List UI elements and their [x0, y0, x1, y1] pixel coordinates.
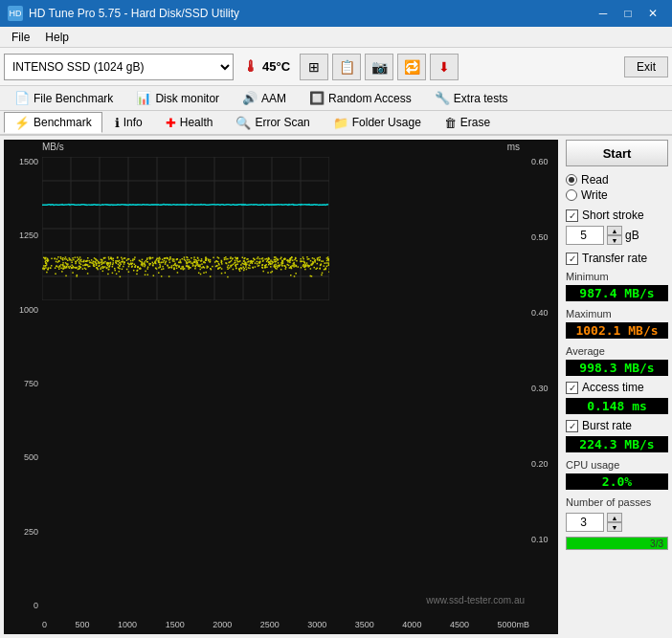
- x-tick-3500: 3500: [355, 620, 374, 629]
- chart-container: MB/s ms 1500 1250 1000 750 500 250 0 0.6…: [4, 140, 558, 634]
- burst-rate-checkbox-row[interactable]: ✓ Burst rate: [566, 419, 668, 432]
- menu-help[interactable]: Help: [37, 29, 77, 46]
- tab-health[interactable]: ✚ Health: [155, 112, 224, 133]
- tab-folder-usage[interactable]: 📁 Folder Usage: [323, 112, 432, 133]
- read-radio-circle: [566, 174, 577, 186]
- menu-file[interactable]: File: [4, 29, 37, 46]
- read-radio[interactable]: Read: [566, 173, 668, 187]
- file-benchmark-icon: 📄: [14, 91, 30, 105]
- short-stroke-down[interactable]: ▼: [607, 235, 622, 245]
- progress-text: 3/3: [650, 538, 663, 551]
- tab-random-access[interactable]: 🔲 Random Access: [299, 88, 422, 109]
- aam-icon: 🔊: [242, 91, 258, 105]
- toolbar-btn-1[interactable]: ⊞: [300, 54, 328, 80]
- extra-tests-icon: 🔧: [435, 91, 450, 105]
- thermometer-icon: 🌡: [243, 58, 258, 76]
- y-tick-250: 250: [24, 527, 38, 537]
- y-label-right: ms: [507, 142, 520, 152]
- write-radio[interactable]: Write: [566, 188, 668, 202]
- y-tick-1500: 1500: [19, 157, 38, 166]
- drive-select[interactable]: INTENSO SSD (1024 gB): [4, 54, 234, 80]
- watermark: www.ssd-tester.com.au: [426, 595, 525, 605]
- tab-error-scan[interactable]: 🔍 Error Scan: [225, 112, 320, 133]
- burst-rate-label: Burst rate: [582, 419, 632, 432]
- read-label: Read: [581, 173, 609, 187]
- write-label: Write: [581, 188, 608, 202]
- short-stroke-up[interactable]: ▲: [607, 226, 622, 235]
- toolbar: INTENSO SSD (1024 gB) 🌡 45°C ⊞ 📋 📷 🔁 ⬇ E…: [0, 48, 672, 86]
- passes-spinners: ▲ ▼: [607, 513, 622, 532]
- close-button[interactable]: ✕: [641, 4, 664, 23]
- menubar: File Help: [0, 27, 672, 48]
- x-tick-3000: 3000: [307, 620, 326, 629]
- window-title: HD Tune Pro 5.75 - Hard Disk/SSD Utility: [29, 7, 239, 20]
- maximize-button[interactable]: □: [616, 4, 639, 23]
- short-stroke-unit: gB: [625, 229, 639, 242]
- short-stroke-input[interactable]: [566, 226, 604, 245]
- y-ticks-right: 0.60 0.50 0.40 0.30 0.20 0.10: [529, 157, 558, 610]
- erase-icon: 🗑: [444, 116, 457, 130]
- toolbar-btn-4[interactable]: 🔁: [397, 54, 426, 80]
- y-label-left: MB/s: [42, 142, 64, 152]
- x-tick-1500: 1500: [166, 620, 185, 629]
- toolbar-btn-3[interactable]: 📷: [365, 54, 393, 80]
- average-value: 998.3 MB/s: [566, 360, 668, 376]
- short-stroke-label: Short stroke: [582, 209, 644, 222]
- access-time-checkbox: ✓: [566, 382, 578, 394]
- info-icon: ℹ: [115, 116, 120, 130]
- tab-info[interactable]: ℹ Info: [104, 112, 153, 133]
- minimize-button[interactable]: ─: [592, 4, 615, 23]
- tab-erase[interactable]: 🗑 Erase: [434, 112, 501, 133]
- folder-usage-icon: 📁: [333, 116, 348, 130]
- average-label: Average: [566, 345, 668, 357]
- main-content: MB/s ms 1500 1250 1000 750 500 250 0 0.6…: [0, 136, 672, 638]
- y-ticks-left: 1500 1250 1000 750 500 250 0: [4, 157, 42, 610]
- chart-top-labels: MB/s ms: [4, 140, 558, 152]
- y-tick-1000: 1000: [19, 305, 38, 315]
- start-button[interactable]: Start: [566, 140, 668, 166]
- x-tick-4500: 4500: [450, 620, 469, 629]
- tab-extra-tests[interactable]: 🔧 Extra tests: [424, 88, 519, 109]
- toolbar-btn-5[interactable]: ⬇: [430, 54, 459, 80]
- access-time-checkbox-row[interactable]: ✓ Access time: [566, 381, 668, 394]
- progress-bar-container: 3/3: [566, 537, 668, 550]
- passes-row: ▲ ▼: [566, 513, 668, 532]
- tab-disk-monitor[interactable]: 📊 Disk monitor: [125, 88, 230, 109]
- passes-label: Number of passes: [566, 496, 668, 508]
- chart-area: 1500 1250 1000 750 500 250 0 0.60 0.50 0…: [4, 152, 558, 634]
- access-time-value: 0.148 ms: [566, 398, 668, 414]
- x-tick-500: 500: [76, 620, 90, 629]
- benchmark-chart: [42, 157, 329, 300]
- toolbar-btn-2[interactable]: 📋: [332, 54, 361, 80]
- minimum-label: Minimum: [566, 271, 668, 282]
- transfer-rate-checkbox: ✓: [566, 253, 578, 265]
- exit-button[interactable]: Exit: [624, 56, 668, 77]
- tab-benchmark[interactable]: ⚡ Benchmark: [4, 112, 102, 133]
- short-stroke-checkbox: ✓: [566, 209, 578, 222]
- short-stroke-input-row: ▲ ▼ gB: [566, 226, 668, 245]
- passes-up[interactable]: ▲: [607, 513, 622, 522]
- x-tick-2000: 2000: [213, 620, 232, 629]
- passes-down[interactable]: ▼: [607, 522, 622, 532]
- temperature-display: 🌡 45°C: [237, 56, 296, 77]
- short-stroke-spinners: ▲ ▼: [607, 226, 622, 245]
- y-tick-0: 0: [34, 601, 38, 610]
- benchmark-icon: ⚡: [14, 116, 30, 130]
- y-tick-right-020: 0.20: [531, 459, 549, 469]
- short-stroke-checkbox-row[interactable]: ✓ Short stroke: [566, 209, 668, 222]
- window-controls: ─ □ ✕: [592, 4, 664, 23]
- x-tick-5000: 5000mB: [497, 620, 529, 629]
- random-access-icon: 🔲: [309, 91, 325, 105]
- transfer-rate-checkbox-row[interactable]: ✓ Transfer rate: [566, 252, 668, 265]
- passes-input[interactable]: [566, 513, 604, 532]
- y-tick-right-030: 0.30: [531, 384, 549, 393]
- title-left: HD HD Tune Pro 5.75 - Hard Disk/SSD Util…: [8, 6, 239, 21]
- x-tick-4000: 4000: [402, 620, 421, 629]
- tab-aam[interactable]: 🔊 AAM: [232, 88, 297, 109]
- x-tick-1000: 1000: [118, 620, 137, 629]
- maximum-value: 1002.1 MB/s: [566, 322, 668, 339]
- tab-file-benchmark[interactable]: 📄 File Benchmark: [4, 88, 123, 109]
- cpu-usage-value: 2.0%: [566, 473, 668, 490]
- minimum-value: 987.4 MB/s: [566, 285, 668, 301]
- y-tick-right-050: 0.50: [531, 232, 549, 242]
